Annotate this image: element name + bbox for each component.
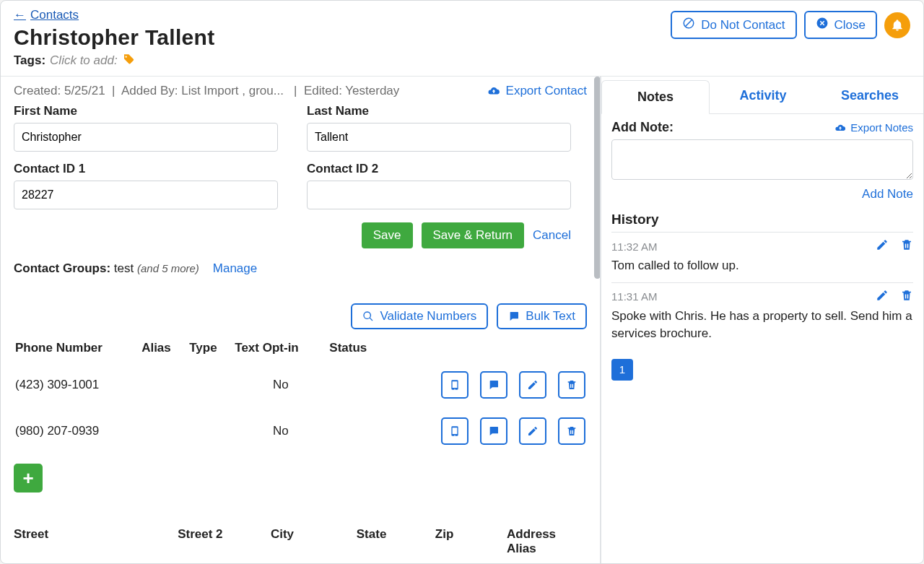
page-1-button[interactable]: 1 [611,359,633,381]
history-item: 11:32 AM Tom called to follow up. [611,232,913,282]
trash-icon [566,425,578,437]
do-not-contact-button[interactable]: Do Not Contact [671,11,796,39]
phone-edit-button[interactable] [519,417,546,445]
last-name-label: Last Name [307,104,571,118]
meta-text: Created: 5/25/21 | Added By: List Import… [14,84,399,98]
save-return-button[interactable]: Save & Return [422,222,525,248]
phone-delete-button[interactable] [558,417,585,445]
phone-text-button[interactable] [480,371,507,399]
back-to-contacts-link[interactable]: ← Contacts [14,8,215,22]
history-heading: History [611,212,913,227]
note-delete-button[interactable] [900,289,913,305]
save-button[interactable]: Save [362,222,413,248]
col-optin: Text Opt-in [233,337,328,364]
bulk-text-button[interactable]: Bulk Text [497,303,587,329]
cancel-link[interactable]: Cancel [533,228,571,243]
trash-icon [566,379,578,391]
last-name-input[interactable] [307,123,571,152]
manage-groups-link[interactable]: Manage [213,261,257,275]
bell-icon [891,19,904,32]
phone-delete-button[interactable] [558,371,585,399]
add-note-link[interactable]: Add Note [611,187,913,201]
search-icon [362,311,374,322]
first-name-input[interactable] [14,123,278,152]
ban-icon [682,17,695,33]
note-edit-button[interactable] [876,238,889,254]
tab-notes[interactable]: Notes [601,80,710,114]
phone-text-button[interactable] [480,417,507,445]
pencil-icon [527,425,539,437]
phone-icon [449,425,461,437]
comment-icon [508,311,520,322]
first-name-label: First Name [14,104,278,118]
contact-groups-label: Contact Groups: [14,261,110,275]
close-button[interactable]: Close [804,11,877,39]
col-alias: Alias [140,337,188,364]
export-notes-link[interactable]: Export Notes [834,121,913,134]
note-delete-button[interactable] [900,238,913,254]
phone-call-button[interactable] [441,371,468,399]
pencil-icon [527,379,539,391]
contact-id1-input[interactable] [14,181,278,209]
phone-table: Phone Number Alias Type Text Opt-in Stat… [14,337,587,456]
scrollbar-thumb[interactable] [594,77,601,279]
tab-activity[interactable]: Activity [710,79,816,113]
arrow-left-icon: ← [14,8,26,22]
tab-searches[interactable]: Searches [816,79,923,113]
note-textarea[interactable] [611,139,913,180]
col-phone-number: Phone Number [14,337,140,364]
col-status: Status [328,337,386,364]
contact-groups-more: (and 5 more) [137,262,199,274]
phone-row: (980) 207-0939 No [14,410,587,456]
tags-label: Tags: [14,53,45,68]
tag-icon[interactable] [122,51,135,70]
contact-id2-input[interactable] [307,181,571,209]
add-note-label: Add Note: [611,120,674,135]
trash-icon [900,289,913,302]
page-title: Christopher Tallent [14,25,215,50]
note-edit-button[interactable] [876,289,889,305]
contact-id1-label: Contact ID 1 [14,162,278,176]
phone-row: (423) 309-1001 No [14,364,587,410]
back-link-label: Contacts [30,8,79,22]
add-phone-button[interactable]: + [14,464,43,493]
cloud-upload-icon [487,84,500,97]
phone-call-button[interactable] [441,417,468,445]
phone-edit-button[interactable] [519,371,546,399]
cloud-upload-icon [834,122,846,134]
notifications-bell-button[interactable] [884,12,910,38]
contact-groups-value: test [114,261,134,275]
validate-numbers-button[interactable]: Validate Numbers [351,303,488,329]
contact-id2-label: Contact ID 2 [307,162,571,176]
close-icon [816,17,829,33]
address-headers: Street Street 2 City State Zip Address A… [1,501,600,560]
history-item: 11:31 AM Spoke with Chris. He has a prop… [611,282,913,350]
pencil-icon [876,289,889,302]
comment-icon [488,379,500,391]
trash-icon [900,238,913,251]
pencil-icon [876,238,889,251]
export-contact-link[interactable]: Export Contact [487,84,587,98]
phone-icon [449,379,461,391]
tags-placeholder[interactable]: Click to add: [50,53,118,68]
comment-icon [488,425,500,437]
col-type: Type [188,337,233,364]
